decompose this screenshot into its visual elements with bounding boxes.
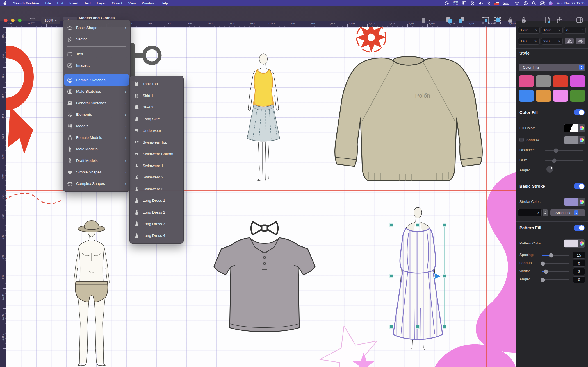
ungroup-selection-button[interactable] bbox=[494, 17, 502, 24]
user-account-icon[interactable] bbox=[523, 1, 528, 6]
widthvalue[interactable]: 3 bbox=[573, 268, 585, 275]
sweater-sketch[interactable]: Polőn bbox=[335, 56, 482, 181]
color-swatch-8d8d8d[interactable] bbox=[536, 75, 551, 87]
bring-forward-button[interactable] bbox=[445, 17, 453, 24]
anglevalue[interactable]: 0 bbox=[573, 276, 585, 283]
ruler-vertical[interactable]: 1922563203844485125766407047688328969601… bbox=[0, 27, 6, 367]
red-ribbon-shape[interactable] bbox=[6, 46, 34, 154]
stroke-width-field[interactable]: 3 bbox=[518, 209, 542, 216]
menu-edit[interactable]: Edit bbox=[57, 1, 63, 5]
pink-star-shapes[interactable] bbox=[320, 326, 377, 367]
group-selection-button[interactable] bbox=[482, 17, 490, 24]
insert-menu-item-general-sketches[interactable]: General Sketches› bbox=[64, 97, 129, 109]
menubar-clock[interactable]: Mon Nov 22 12:25 bbox=[557, 1, 585, 5]
height-field[interactable]: 330H bbox=[541, 38, 563, 45]
color-swatch-d856de[interactable] bbox=[570, 75, 585, 87]
x-position-field[interactable]: 1780X bbox=[518, 27, 540, 34]
insert-menu-item-female-models[interactable]: Female Models› bbox=[64, 132, 129, 143]
insert-menu-item-models[interactable]: Models› bbox=[64, 120, 129, 132]
submenu-item-long-dress-1[interactable]: Long Dress 1 bbox=[131, 195, 182, 207]
insert-menu-item-simple-shapes[interactable]: Simple Shapes› bbox=[64, 166, 129, 178]
menu-help[interactable]: Help bbox=[161, 1, 168, 5]
menu-insert[interactable]: Insert bbox=[69, 1, 78, 5]
share-button[interactable] bbox=[556, 17, 563, 24]
app-name[interactable]: Sketch Fashion bbox=[13, 1, 39, 5]
basic-stroke-toggle[interactable] bbox=[574, 183, 585, 189]
insert-menu-item-vector[interactable]: Vector bbox=[64, 33, 129, 45]
inspector-toggle-icon[interactable] bbox=[576, 17, 583, 24]
submenu-item-swimwear-top[interactable]: Swimwear Top bbox=[131, 137, 182, 148]
submenu-item-swimwear-2[interactable]: Swimwear 2 bbox=[131, 171, 182, 183]
red-dashed-curve[interactable] bbox=[6, 193, 61, 204]
tank-top-model-sketch[interactable] bbox=[247, 54, 280, 181]
shadow-angle-knob[interactable] bbox=[546, 166, 553, 173]
insert-menu-item-complex-shapes[interactable]: Complex Shapes› bbox=[64, 178, 129, 189]
view-mode-button[interactable] bbox=[421, 17, 430, 24]
unlock-button[interactable] bbox=[520, 17, 527, 24]
battery-icon[interactable] bbox=[503, 1, 510, 6]
submenu-item-long-skirt[interactable]: Long Skirt bbox=[131, 113, 182, 125]
submenu-item-long-dress-3[interactable]: Long Dress 3 bbox=[131, 218, 182, 230]
shadow-checkbox[interactable] bbox=[519, 138, 524, 142]
insert-menu-item-male-sketches[interactable]: Male Sketches› bbox=[64, 86, 129, 97]
color-swatch-ef8cef[interactable] bbox=[553, 90, 568, 102]
color-swatch-e09742[interactable] bbox=[536, 90, 551, 102]
rotation-field[interactable]: 0° bbox=[564, 27, 586, 34]
menu-window[interactable]: Window bbox=[142, 1, 154, 5]
control-center-icon[interactable] bbox=[540, 1, 545, 6]
menu-text[interactable]: Text bbox=[84, 1, 91, 5]
pattern-color-well[interactable] bbox=[564, 239, 585, 248]
insert-menu-item-image[interactable]: Image... bbox=[64, 60, 129, 71]
submenu-item-long-dress-4[interactable]: Long Dress 4 bbox=[131, 230, 182, 242]
color-fill-toggle[interactable] bbox=[574, 109, 585, 115]
submenu-item-underwear[interactable]: Underwear bbox=[131, 125, 182, 137]
minimize-window-button[interactable] bbox=[11, 19, 15, 22]
pink-swoosh-shape[interactable] bbox=[476, 172, 516, 353]
insert-menu-item-elements[interactable]: Elements› bbox=[64, 109, 129, 120]
line-style-dropdown[interactable]: Solid Line bbox=[550, 209, 585, 216]
submenu-item-skirt-1[interactable]: Skirt 1 bbox=[131, 90, 182, 102]
bluetooth-icon[interactable] bbox=[487, 1, 490, 6]
insert-menu-item-text[interactable]: Text bbox=[64, 48, 129, 60]
menu-object[interactable]: Object bbox=[112, 1, 122, 5]
submenu-item-swimwear-3[interactable]: Swimwear 3 bbox=[131, 183, 182, 195]
fill-color-well[interactable] bbox=[564, 124, 585, 132]
stroke-color-well[interactable] bbox=[564, 198, 585, 206]
menu-layer[interactable]: Layer bbox=[97, 1, 106, 5]
siri-icon[interactable] bbox=[549, 1, 553, 5]
submenu-item-swimwear-bottom[interactable]: Swimwear Bottom bbox=[131, 148, 182, 160]
stroke-width-stepper[interactable] bbox=[543, 209, 548, 216]
close-window-button[interactable] bbox=[4, 19, 8, 22]
submenu-item-long-dress-2[interactable]: Long Dress 2 bbox=[131, 207, 182, 218]
submenu-item-skirt-2[interactable]: Skirt 2 bbox=[131, 101, 182, 113]
blur-slider[interactable] bbox=[545, 160, 583, 161]
send-backward-button[interactable] bbox=[457, 17, 466, 24]
pattern-fill-toggle[interactable] bbox=[574, 225, 585, 231]
wifi-icon[interactable] bbox=[514, 1, 519, 6]
zoom-window-button[interactable] bbox=[18, 19, 22, 22]
insert-menu-item-draft-models[interactable]: Draft Models› bbox=[64, 155, 129, 166]
menu-view[interactable]: View bbox=[128, 1, 136, 5]
volume-icon[interactable] bbox=[478, 1, 483, 6]
spotlight-search-icon[interactable] bbox=[532, 1, 536, 6]
male-model-sketch[interactable] bbox=[74, 221, 109, 366]
lock-button[interactable] bbox=[507, 17, 514, 24]
record-status-icon[interactable] bbox=[445, 1, 449, 6]
polo-shirt-sketch[interactable] bbox=[214, 222, 315, 332]
zoom-level-control[interactable]: 100% bbox=[41, 17, 60, 24]
spacingslider[interactable] bbox=[542, 255, 569, 256]
flip-vertical-button[interactable] bbox=[576, 38, 585, 44]
insert-menu-item-male-models[interactable]: Male Models› bbox=[64, 143, 129, 155]
window-tile-icon[interactable] bbox=[462, 1, 466, 6]
lead-inslider[interactable] bbox=[542, 263, 569, 264]
width-field[interactable]: 170W bbox=[518, 38, 540, 45]
insert-menu-item-basic-shape[interactable]: Basic Shape› bbox=[64, 22, 129, 33]
layers-status-icon[interactable] bbox=[470, 1, 475, 6]
color-swatch-e1508f[interactable] bbox=[519, 75, 534, 87]
insert-menu-item-female-sketches[interactable]: Female Sketches› bbox=[64, 74, 129, 86]
starburst-shape[interactable] bbox=[355, 27, 387, 53]
submenu-item-tank-top[interactable]: Tank Top bbox=[131, 78, 182, 90]
export-document-button[interactable] bbox=[543, 17, 551, 24]
guide-line-vertical[interactable] bbox=[486, 27, 487, 367]
keyboard-flag-icon[interactable] bbox=[494, 2, 499, 5]
